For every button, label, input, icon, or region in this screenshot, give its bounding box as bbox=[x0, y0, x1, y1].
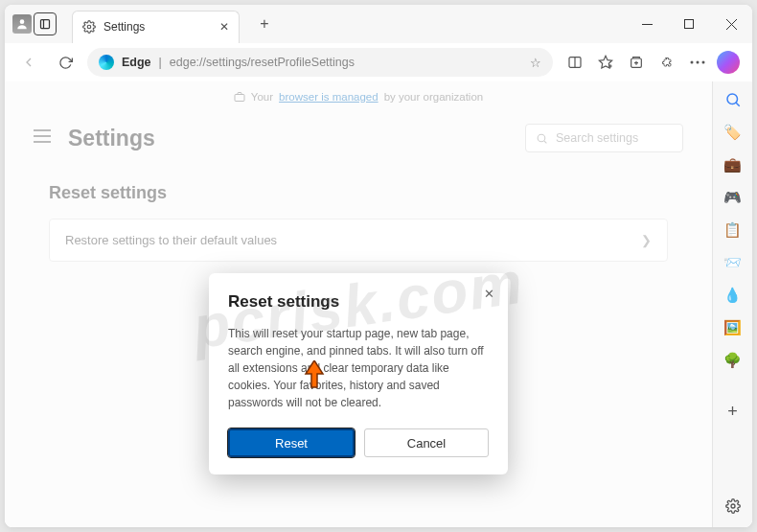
reset-button[interactable]: Reset bbox=[228, 428, 355, 457]
edge-logo-icon bbox=[99, 55, 114, 70]
toolbar: Edge | edge://settings/resetProfileSetti… bbox=[5, 43, 752, 81]
split-screen-icon[interactable] bbox=[561, 48, 589, 77]
close-tab-icon[interactable]: ✕ bbox=[219, 20, 229, 34]
sidebar-outlook-icon[interactable]: 📨 bbox=[723, 252, 744, 273]
svg-point-16 bbox=[691, 61, 694, 64]
svg-rect-5 bbox=[685, 20, 694, 29]
svg-rect-1 bbox=[41, 20, 50, 29]
collections-icon[interactable] bbox=[622, 48, 651, 77]
window-controls bbox=[626, 5, 752, 43]
sidebar-tools-icon[interactable]: 💼 bbox=[723, 154, 744, 175]
sidebar-search-icon[interactable] bbox=[723, 89, 744, 110]
address-bar[interactable]: Edge | edge://settings/resetProfileSetti… bbox=[87, 48, 553, 77]
sidebar-image-icon[interactable]: 🖼️ bbox=[723, 317, 744, 338]
svg-point-0 bbox=[20, 19, 25, 24]
sidebar-settings-icon[interactable] bbox=[725, 498, 741, 518]
dialog-body: This will reset your startup page, new t… bbox=[228, 325, 489, 411]
url-path: edge://settings/resetProfileSettings bbox=[170, 56, 355, 69]
edge-sidebar: 🏷️ 💼 🎮 📋 📨 💧 🖼️ 🌳 + bbox=[712, 81, 752, 527]
sidebar-eco-icon[interactable]: 🌳 bbox=[723, 350, 744, 371]
gear-icon bbox=[82, 20, 96, 34]
tabstrip: Settings ✕ + bbox=[62, 6, 278, 43]
titlebar: Settings ✕ + bbox=[5, 5, 752, 43]
dialog-title: Reset settings bbox=[228, 292, 489, 312]
tab-settings[interactable]: Settings ✕ bbox=[72, 11, 240, 43]
svg-point-3 bbox=[87, 25, 91, 29]
favorite-star-icon[interactable]: ☆ bbox=[530, 56, 541, 70]
svg-point-18 bbox=[702, 61, 705, 64]
cancel-button[interactable]: Cancel bbox=[364, 428, 489, 457]
tab-actions-icon[interactable] bbox=[34, 12, 57, 35]
sidebar-games-icon[interactable]: 🎮 bbox=[723, 187, 744, 208]
reset-settings-dialog: ✕ Reset settings This will reset your st… bbox=[209, 273, 508, 474]
copilot-button[interactable] bbox=[714, 48, 743, 77]
sidebar-office-icon[interactable]: 📋 bbox=[723, 220, 744, 241]
browser-window: Settings ✕ + Edge | edge://settings/rese… bbox=[5, 5, 752, 527]
settings-page: Your browser is managed by your organiza… bbox=[5, 81, 712, 527]
close-dialog-icon[interactable]: ✕ bbox=[484, 287, 494, 301]
new-tab-button[interactable]: + bbox=[251, 11, 278, 37]
svg-point-17 bbox=[697, 61, 700, 64]
menu-button[interactable] bbox=[683, 48, 712, 77]
svg-point-27 bbox=[731, 504, 735, 508]
back-button[interactable] bbox=[14, 48, 43, 77]
maximize-button[interactable] bbox=[668, 5, 710, 43]
profile-icon[interactable] bbox=[12, 14, 32, 34]
sidebar-shopping-icon[interactable]: 🏷️ bbox=[723, 122, 744, 143]
extensions-icon[interactable] bbox=[653, 48, 681, 77]
svg-point-25 bbox=[727, 94, 738, 104]
sidebar-add-button[interactable]: + bbox=[727, 402, 738, 422]
minimize-button[interactable] bbox=[626, 5, 668, 43]
url-host: Edge bbox=[122, 56, 151, 69]
svg-line-26 bbox=[736, 103, 740, 106]
refresh-button[interactable] bbox=[51, 48, 80, 77]
close-window-button[interactable] bbox=[710, 5, 752, 43]
tab-label: Settings bbox=[103, 20, 212, 34]
sidebar-drop-icon[interactable]: 💧 bbox=[723, 285, 744, 306]
modal-overlay: ✕ Reset settings This will reset your st… bbox=[5, 81, 712, 527]
favorites-icon[interactable] bbox=[591, 48, 620, 77]
